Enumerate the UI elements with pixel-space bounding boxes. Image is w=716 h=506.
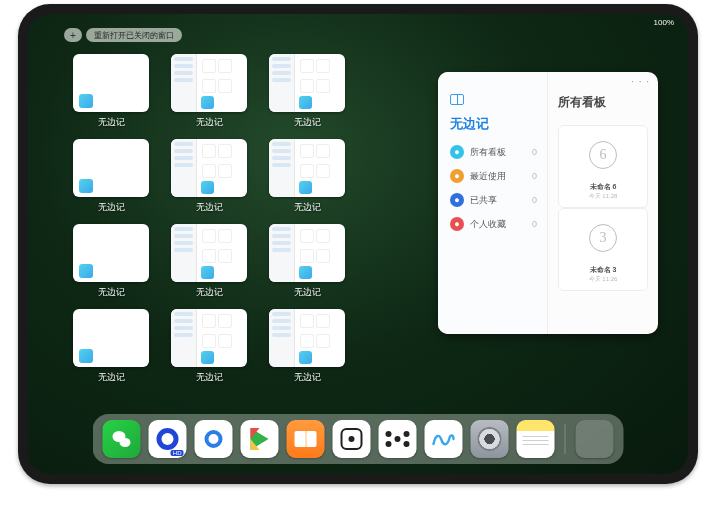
app-card-label: 无边记 [294,371,321,384]
dock: HD [93,414,624,464]
app-switcher-card[interactable]: 无边记 [72,309,150,384]
app-card-window [171,54,247,112]
top-pill-group: + 重新打开已关闭的窗口 [64,28,182,42]
app-card-label: 无边记 [196,371,223,384]
freeform-sidebar: 无边记 ●所有看板0●最近使用0●已共享0●个人收藏0 [438,72,548,334]
app-card-label: 无边记 [98,371,125,384]
app-card-label: 无边记 [294,116,321,129]
freeform-main: 所有看板 6未命名 6今天 11:283未命名 3今天 11:26 [548,72,658,334]
app-switcher-card[interactable]: 无边记 [268,139,346,214]
app-card-label: 无边记 [196,286,223,299]
clock-icon: ● [450,169,464,183]
dock-app-quark-hd[interactable]: HD [149,420,187,458]
app-card-label: 无边记 [196,116,223,129]
screen: 100% + 重新打开已关闭的窗口 无边记无边记无边记无边记无边记无边记无边记无… [28,14,688,474]
wechat-icon [111,428,133,450]
app-card-window [73,309,149,367]
app-card-window [171,309,247,367]
sidebar-item-count: 0 [532,171,537,181]
freeform-sidebar-item[interactable]: ●最近使用0 [450,169,537,183]
app-card-label: 无边记 [196,201,223,214]
app-card-label: 无边记 [98,201,125,214]
app-card-label: 无边记 [98,286,125,299]
app-card-window [73,224,149,282]
reopen-closed-window-button[interactable]: 重新打开已关闭的窗口 [86,28,182,42]
dock-app-dice[interactable] [333,420,371,458]
board-date: 今天 11:26 [589,275,618,284]
quark-icon [205,430,223,448]
heart-icon: ● [450,217,464,231]
freeform-sidebar-item[interactable]: ●个人收藏0 [450,217,537,231]
dock-app-books[interactable] [287,420,325,458]
sidebar-item-label: 所有看板 [470,146,506,159]
freeform-board-thumbnail[interactable]: 6未命名 6今天 11:28 [558,125,648,208]
app-switcher-card[interactable]: 无边记 [72,224,150,299]
sidebar-item-label: 最近使用 [470,170,506,183]
freeform-icon [432,430,456,448]
board-preview: 6 [580,132,626,178]
app-card-window [171,224,247,282]
dock-app-settings[interactable] [471,420,509,458]
dock-app-quark[interactable] [195,420,233,458]
app-card-window [269,139,345,197]
sidebar-item-count: 0 [532,195,537,205]
freeform-sidebar-item[interactable]: ●已共享0 [450,193,537,207]
share-icon: ● [450,193,464,207]
notes-icon [517,420,555,458]
new-window-button[interactable]: + [64,28,82,42]
gear-icon [478,427,502,451]
app-card-window [269,224,345,282]
freeform-main-title: 所有看板 [558,94,648,111]
app-card-window [269,309,345,367]
dock-app-notes[interactable] [517,420,555,458]
dock-separator [565,424,566,454]
dock-recent-apps[interactable] [576,420,614,458]
dock-app-dots[interactable] [379,420,417,458]
sidebar-item-label: 已共享 [470,194,497,207]
app-switcher-grid: 无边记无边记无边记无边记无边记无边记无边记无边记无边记无边记无边记无边记 [72,54,444,384]
app-card-label: 无边记 [294,286,321,299]
dice-icon [341,428,363,450]
app-switcher-card[interactable]: 无边记 [268,309,346,384]
folder-icon: ● [450,145,464,159]
ipad-frame: 100% + 重新打开已关闭的窗口 无边记无边记无边记无边记无边记无边记无边记无… [18,4,698,484]
board-date: 今天 11:28 [589,192,618,201]
app-switcher-card[interactable]: 无边记 [268,224,346,299]
sidebar-item-label: 个人收藏 [470,218,506,231]
freeform-book-icon [450,94,464,105]
book-icon [295,431,317,447]
app-switcher-card[interactable]: 无边记 [170,309,248,384]
dock-app-wechat[interactable] [103,420,141,458]
freeform-panel[interactable]: · · · 无边记 ●所有看板0●最近使用0●已共享0●个人收藏0 所有看板 6… [438,72,658,334]
app-switcher-card[interactable]: 无边记 [72,54,150,129]
freeform-sidebar-item[interactable]: ●所有看板0 [450,145,537,159]
board-preview: 3 [580,215,626,261]
hd-badge: HD [171,450,184,456]
app-card-label: 无边记 [294,201,321,214]
app-card-window [171,139,247,197]
app-switcher-card[interactable]: 无边记 [170,54,248,129]
app-switcher-card[interactable]: 无边记 [170,139,248,214]
app-switcher-card[interactable]: 无边记 [268,54,346,129]
board-name: 未命名 6 [590,182,617,192]
board-name: 未命名 3 [590,265,617,275]
sidebar-item-count: 0 [532,147,537,157]
play-icon [251,428,269,450]
quark-icon [157,428,179,450]
dock-app-play[interactable] [241,420,279,458]
app-switcher-card[interactable]: 无边记 [170,224,248,299]
sidebar-item-count: 0 [532,219,537,229]
app-card-window [73,139,149,197]
app-switcher-card[interactable]: 无边记 [72,139,150,214]
app-card-label: 无边记 [98,116,125,129]
freeform-sidebar-title: 无边记 [450,115,537,133]
dots-icon [386,431,410,447]
app-card-window [269,54,345,112]
more-icon[interactable]: · · · [631,76,650,87]
app-card-window [73,54,149,112]
status-battery: 100% [654,18,674,27]
freeform-board-thumbnail[interactable]: 3未命名 3今天 11:26 [558,208,648,291]
dock-app-freeform[interactable] [425,420,463,458]
